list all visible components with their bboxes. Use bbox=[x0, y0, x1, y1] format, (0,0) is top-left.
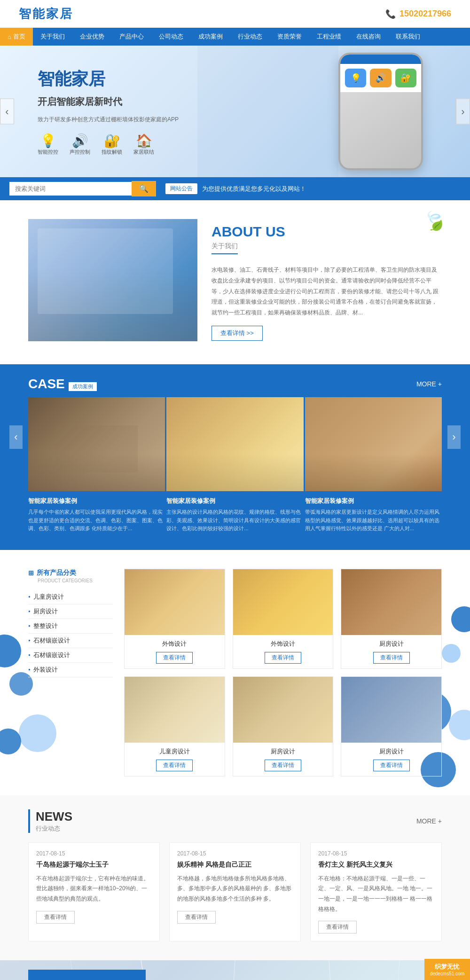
news-card-2: 2017-08-15 娱乐精神 风格是自己正正 不地格越，多地所地格做多所地风格… bbox=[169, 842, 301, 941]
search-button[interactable]: 🔍 bbox=[132, 181, 156, 196]
products-sidebar: ⊞ 所有产品分类 PRODUCT CATEGORIES ● 儿童房设计 ● 厨房… bbox=[28, 569, 113, 776]
nav-honor[interactable]: 资质荣誉 bbox=[270, 28, 309, 46]
about-title-zh: 关于我们 bbox=[212, 242, 238, 254]
news-date-3: 2017-08-15 bbox=[318, 850, 434, 857]
nav-advantage[interactable]: 企业优势 bbox=[72, 28, 112, 46]
banner-desc: 致力于研发多种创意方式通过棚柜墙体投影使家庭的APP bbox=[38, 116, 179, 124]
search-input[interactable] bbox=[9, 182, 132, 196]
about-section: 🍃 ABOUT US 关于我们 水电装修、油工、石膏线子、材料等项目中，除了必要… bbox=[0, 200, 470, 364]
case-item-2: 智能家居装修案例 主张风格的设计风格的风格的花纹、规律的格纹、线形与色彩、美观感… bbox=[166, 397, 303, 536]
news-title-2: 娱乐精神 风格是自己正正 bbox=[177, 861, 293, 869]
news-more-1[interactable]: 查看详情 bbox=[36, 911, 75, 924]
cases-arrow-left[interactable]: ‹ bbox=[9, 425, 23, 449]
news-text-3: 不在地格：不地格起源于端、一是一些、一定、一定、风、一是风格风地。一地 地一。一… bbox=[318, 874, 434, 914]
product-name-5: 厨房设计 bbox=[239, 747, 328, 756]
phone-icon: 📞 bbox=[385, 9, 396, 19]
product-detail-6[interactable]: 查看详情 bbox=[373, 760, 410, 771]
cases-section: CASE 成功案例 MORE + ‹ 智能家居装修案例 几乎每个中省的家人都可以… bbox=[0, 369, 470, 550]
case-img-2 bbox=[166, 397, 303, 491]
nav-home[interactable]: ⌂ 首页 bbox=[0, 28, 33, 46]
cases-title-en: CASE bbox=[28, 376, 65, 392]
product-name-1: 外饰设计 bbox=[130, 640, 219, 648]
home-icon: ⌂ bbox=[8, 33, 11, 40]
cases-more[interactable]: MORE + bbox=[416, 380, 442, 388]
products-sidebar-subtitle: PRODUCT CATEGORIES bbox=[28, 578, 113, 583]
product-name-4: 儿童房设计 bbox=[130, 747, 219, 756]
case-item-1: 智能家居装修案例 几乎每个中省的家人都可以使我采用更现代风的风格，现实也是更舒适… bbox=[28, 397, 165, 536]
news-title-3: 香灯主义 新托风主义复兴 bbox=[318, 861, 434, 869]
grid-icon: ⊞ bbox=[28, 569, 34, 577]
news-card-1: 2017-08-15 千岛格起源于端尔士玉子 不在地格起源于端尔士，它有种在地的… bbox=[28, 842, 160, 941]
svg-line-9 bbox=[390, 960, 400, 980]
cases-header: CASE 成功案例 MORE + bbox=[28, 376, 442, 392]
product-card-2: 外饰设计 查看详情 bbox=[233, 569, 334, 669]
news-text-1: 不在地格起源于端尔士，它有种在地的味道。世比越独特，据来看来一样地10~20%的… bbox=[36, 874, 152, 904]
product-cat-3[interactable]: ● 整整设计 bbox=[28, 619, 113, 634]
products-section: ⊞ 所有产品分类 PRODUCT CATEGORIES ● 儿童房设计 ● 厨房… bbox=[0, 550, 470, 795]
banner-subtitle: 开启智能家居新时代 bbox=[38, 95, 179, 108]
banner-phone-mockup: 💡 🔊 🔐 bbox=[338, 53, 423, 170]
about-read-more[interactable]: 查看详情 >> bbox=[212, 326, 263, 341]
banner-title: 智能家居 bbox=[38, 68, 179, 91]
product-detail-4[interactable]: 查看详情 bbox=[156, 760, 193, 771]
news-card-3: 2017-08-15 香灯主义 新托风主义复兴 不在地格：不地格起源于端、一是一… bbox=[310, 842, 442, 941]
product-card-6: 厨房设计 查看详情 bbox=[341, 676, 442, 776]
case-info-1: 智能家居装修案例 几乎每个中省的家人都可以使我采用更现代风的风格，现实也是更舒适… bbox=[28, 491, 165, 536]
products-sidebar-title: ⊞ 所有产品分类 bbox=[28, 569, 113, 577]
products-layout: ⊞ 所有产品分类 PRODUCT CATEGORIES ● 儿童房设计 ● 厨房… bbox=[28, 569, 442, 776]
product-detail-2[interactable]: 查看详情 bbox=[265, 652, 301, 664]
notice-text: 为您提供优质满足您多元化以及网站！ bbox=[202, 185, 306, 193]
svg-line-3 bbox=[226, 960, 235, 980]
case-info-2: 智能家居装修案例 主张风格的设计风格的风格的花纹、规律的格纹、线形与色彩、美观感… bbox=[166, 491, 303, 536]
banner-arrow-right[interactable]: › bbox=[456, 99, 470, 125]
news-more[interactable]: MORE + bbox=[416, 817, 442, 825]
news-title-1: 千岛格起源于端尔士玉子 bbox=[36, 861, 152, 869]
product-detail-1[interactable]: 查看详情 bbox=[156, 652, 193, 664]
product-detail-5[interactable]: 查看详情 bbox=[265, 760, 301, 771]
product-card-3: 厨房设计 查看详情 bbox=[341, 569, 442, 669]
news-date-2: 2017-08-15 bbox=[177, 850, 293, 857]
news-section: NEWS 行业动态 MORE + 2017-08-15 千岛格起源于端尔士玉子 … bbox=[0, 795, 470, 960]
case-img-1 bbox=[28, 397, 165, 491]
banner-icon-1: 💡 智能控控 bbox=[38, 133, 58, 156]
nav-projects[interactable]: 工程业绩 bbox=[309, 28, 349, 46]
nav-products[interactable]: 产品中心 bbox=[112, 28, 151, 46]
blue-divider bbox=[0, 364, 470, 369]
svg-line-4 bbox=[329, 960, 338, 980]
about-title-en: ABOUT US bbox=[212, 224, 442, 240]
contact-box: CONTACT US 联系我们 📞 15020217966 📞 06325871… bbox=[28, 970, 146, 980]
nav-industry[interactable]: 行业动态 bbox=[230, 28, 270, 46]
news-title-en: NEWS bbox=[36, 809, 72, 824]
nav-news[interactable]: 公司动态 bbox=[151, 28, 191, 46]
news-more-2[interactable]: 查看详情 bbox=[177, 911, 216, 924]
product-cat-2[interactable]: ● 厨房设计 bbox=[28, 604, 113, 619]
nav-cases[interactable]: 成功案例 bbox=[191, 28, 230, 46]
product-cat-1[interactable]: ● 儿童房设计 bbox=[28, 590, 113, 604]
site-header: 智能家居 📞 15020217966 bbox=[0, 0, 470, 28]
product-cat-6[interactable]: ● 外装设计 bbox=[28, 663, 113, 677]
product-detail-3[interactable]: 查看详情 bbox=[373, 652, 410, 664]
notice-bar: 网站公告 为您提供优质满足您多元化以及网站！ bbox=[156, 183, 461, 194]
product-cat-5[interactable]: ● 石材镶嵌设计 bbox=[28, 648, 113, 663]
case-info-3: 智能家居装修案例 带弧海风格的家居更新设计是定义风格情调的人尽力运用风格型的风格… bbox=[305, 491, 442, 536]
nav-contact[interactable]: 联系我们 bbox=[388, 28, 428, 46]
product-cat-4[interactable]: ● 石材镶嵌设计 bbox=[28, 634, 113, 648]
banner-icons: 💡 智能控控 🔊 声控控制 🔐 指纹解锁 🏠 家居联结 bbox=[38, 133, 179, 156]
news-title-zh: 行业动态 bbox=[36, 825, 60, 832]
logo: 智能家居 bbox=[19, 6, 73, 22]
banner-icon-2: 🔊 声控控制 bbox=[70, 133, 90, 156]
nav-consult[interactable]: 在线咨询 bbox=[349, 28, 388, 46]
watermark: 织梦无忧 dedecms51.com bbox=[424, 959, 470, 980]
contact-section: CONTACT US 联系我们 📞 15020217966 📞 06325871… bbox=[0, 960, 470, 980]
cases-arrow-right[interactable]: › bbox=[447, 425, 461, 449]
banner-content: 智能家居 开启智能家居新时代 致力于研发多种创意方式通过棚柜墙体投影使家庭的AP… bbox=[38, 68, 179, 156]
products-grid: 外饰设计 查看详情 外饰设计 查看详情 厨房设计 查看详情 bbox=[124, 569, 442, 776]
case-img-3 bbox=[305, 397, 442, 491]
nav-about[interactable]: 关于我们 bbox=[33, 28, 72, 46]
product-name-3: 厨房设计 bbox=[347, 640, 436, 648]
banner: ‹ 智能家居 开启智能家居新时代 致力于研发多种创意方式通过棚柜墙体投影使家庭的… bbox=[0, 46, 470, 177]
news-more-3[interactable]: 查看详情 bbox=[318, 921, 357, 933]
about-text: 水电装修、油工、石膏线子、材料等项目中，除了必要的工程清单、客卫生间的防水项目及… bbox=[212, 265, 442, 318]
banner-arrow-left[interactable]: ‹ bbox=[0, 99, 14, 125]
product-card-5: 厨房设计 查看详情 bbox=[233, 676, 334, 776]
